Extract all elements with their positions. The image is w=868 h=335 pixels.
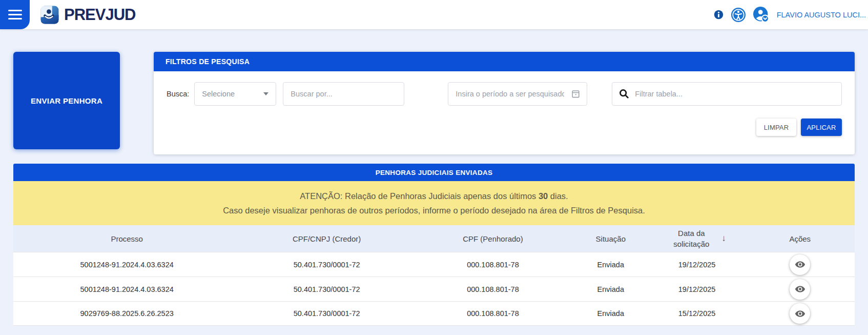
penhoras-table: Processo CPF/CNPJ (Credor) CPF (Penhorad…	[13, 225, 855, 326]
eye-icon	[795, 259, 805, 270]
info-icon	[714, 10, 724, 19]
cell-data: 19/12/2025	[649, 285, 746, 293]
search-icon	[618, 88, 630, 100]
results-title: PENHORAS JUDICIAIS ENVIADAS	[13, 164, 855, 181]
table-header-row: Processo CPF/CNPJ (Credor) CPF (Penhorad…	[13, 225, 855, 252]
table-row: 5001248-91.2024.4.03.6324 50.401.730/000…	[13, 252, 855, 277]
view-details-button[interactable]	[790, 254, 810, 275]
cell-situacao: Enviada	[573, 261, 649, 269]
cell-data: 15/12/2025	[649, 309, 746, 318]
cell-credor: 50.401.730/0001-72	[240, 309, 413, 318]
warning-line-2: Caso deseje visualizar penhoras de outro…	[223, 203, 645, 218]
calendar-icon[interactable]	[571, 89, 581, 98]
warning-message: ATENÇÃO: Relação de Penhoras Judiciais a…	[13, 181, 855, 225]
cell-credor: 50.401.730/0001-72	[240, 285, 413, 293]
prevjud-logo-icon	[40, 5, 59, 25]
cell-situacao: Enviada	[573, 309, 649, 318]
cell-processo: 5001248-91.2024.4.03.6324	[13, 285, 240, 293]
column-header-situacao: Situação	[573, 234, 649, 243]
warning-line-1: ATENÇÃO: Relação de Penhoras Judiciais a…	[300, 189, 568, 203]
enviar-penhora-button[interactable]: ENVIAR PENHORA	[13, 52, 120, 149]
accessibility-button[interactable]	[731, 8, 746, 22]
column-header-data-solicitacao[interactable]: Data da solicitação ↓	[649, 228, 746, 249]
cell-processo: 9029769-88.2025.6.26.2523	[13, 309, 240, 318]
view-details-button[interactable]	[790, 303, 810, 324]
account-menu-button[interactable]	[753, 7, 769, 23]
cell-penhorado: 000.108.801-78	[413, 261, 573, 269]
periodo-input[interactable]	[448, 82, 587, 106]
app-title: PREVJUD	[64, 6, 135, 24]
buscar-por-input[interactable]	[283, 82, 404, 106]
column-header-penhorado: CPF (Penhorado)	[413, 234, 573, 243]
accessibility-icon	[731, 8, 746, 22]
account-icon	[753, 7, 769, 23]
info-button[interactable]	[714, 10, 724, 19]
eye-icon	[795, 308, 805, 319]
hamburger-menu-button[interactable]	[0, 0, 30, 29]
busca-type-select[interactable]: Selecione	[194, 82, 276, 106]
column-header-processo: Processo	[13, 234, 240, 243]
busca-type-select-value: Selecione	[202, 90, 235, 98]
main-content: ENVIAR PENHORA FILTROS DE PESQUISA Busca…	[0, 52, 868, 326]
column-header-credor: CPF/CNPJ (Credor)	[240, 234, 413, 243]
filter-panel: FILTROS DE PESQUISA Busca: Selecione	[154, 52, 855, 154]
cell-credor: 50.401.730/0001-72	[240, 261, 413, 269]
table-row: 5001248-91.2024.4.03.6324 50.401.730/000…	[13, 277, 855, 301]
header-actions: FLAVIO AUGUSTO LUCI...	[714, 7, 868, 23]
cell-processo: 5001248-91.2024.4.03.6324	[13, 261, 240, 269]
eye-icon	[795, 284, 805, 294]
column-header-acoes: Ações	[746, 234, 855, 243]
cell-penhorado: 000.108.801-78	[413, 309, 573, 318]
cell-penhorado: 000.108.801-78	[413, 285, 573, 293]
app-header: PREVJUD	[0, 0, 868, 29]
limpar-button[interactable]: LIMPAR	[756, 119, 796, 136]
filter-panel-title: FILTROS DE PESQUISA	[154, 52, 855, 71]
view-details-button[interactable]	[790, 279, 810, 300]
aplicar-button[interactable]: APLICAR	[801, 119, 842, 136]
table-row: 9029769-88.2025.6.26.2523 50.401.730/000…	[13, 301, 855, 326]
busca-label: Busca:	[167, 90, 189, 98]
hamburger-icon	[8, 10, 22, 11]
filtrar-tabela-input[interactable]	[612, 82, 842, 106]
cell-situacao: Enviada	[573, 285, 649, 293]
user-name[interactable]: FLAVIO AUGUSTO LUCI...	[777, 11, 866, 19]
prevjud-logo: PREVJUD	[40, 5, 135, 25]
cell-data: 19/12/2025	[649, 261, 746, 269]
sort-descending-icon[interactable]: ↓	[721, 233, 726, 244]
chevron-down-icon	[263, 92, 268, 95]
